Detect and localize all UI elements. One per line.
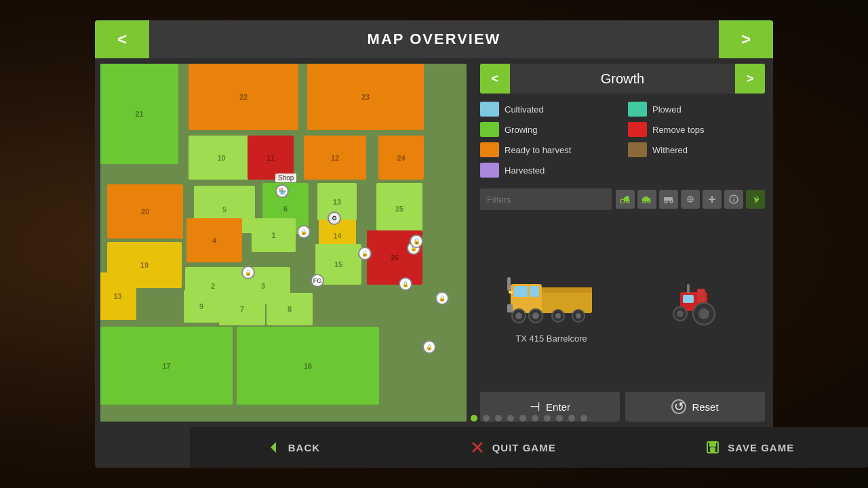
field-22: 22: [189, 64, 298, 130]
back-label: BACK: [288, 442, 320, 453]
page-dot-2[interactable]: [495, 415, 502, 422]
vehicle-area: TX 415 Barrelcore: [480, 218, 765, 392]
quit-label: QUIT GAME: [492, 442, 556, 453]
plowed-label: Plowed: [652, 104, 682, 115]
harvested-label: Harvested: [505, 165, 545, 176]
svg-point-10: [670, 200, 673, 203]
plowed-color: [628, 102, 647, 117]
main-panel: < MAP OVERVIEW > 21222310111224206132551…: [95, 20, 773, 468]
filter-plant-icon[interactable]: [746, 190, 765, 209]
page-dot-1[interactable]: [483, 415, 490, 422]
header-next-button[interactable]: >: [719, 20, 773, 58]
vehicle-tractor: [646, 272, 741, 338]
map-pin-4: FG: [311, 274, 324, 287]
growth-title: Growth: [510, 71, 735, 87]
tractor-svg: [667, 279, 721, 326]
legend-empty: [628, 163, 765, 178]
page-dots: [190, 415, 868, 422]
svg-point-29: [555, 313, 561, 319]
svg-rect-23: [507, 277, 511, 291]
filter-add-icon[interactable]: [703, 190, 722, 209]
right-arrow-icon: >: [741, 30, 751, 49]
growth-right-icon: >: [747, 72, 754, 86]
withered-label: Withered: [652, 145, 688, 155]
legend-remove-tops: Remove tops: [628, 122, 765, 137]
empty-color: [628, 163, 647, 178]
truck-image: [504, 267, 599, 328]
back-icon: [264, 438, 283, 457]
filters-row: i: [480, 188, 765, 210]
cultivated-color: [480, 102, 499, 117]
growth-left-icon: <: [492, 72, 499, 86]
svg-rect-3: [626, 196, 629, 198]
remove-tops-color: [628, 122, 647, 137]
truck-name: TX 415 Barrelcore: [515, 333, 587, 344]
left-arrow-icon: <: [117, 30, 127, 49]
growth-prev-button[interactable]: <: [480, 64, 510, 94]
map-pin-2: 🔒: [297, 225, 311, 239]
growth-header: < Growth >: [480, 64, 765, 94]
filter-tractor-icon[interactable]: [616, 190, 635, 209]
svg-rect-41: [687, 284, 690, 293]
svg-point-25: [515, 312, 522, 319]
page-dot-5[interactable]: [532, 415, 538, 422]
filter-trailer-icon[interactable]: [659, 190, 678, 209]
field-21: 21: [100, 64, 178, 164]
field-9: 9: [184, 290, 219, 323]
right-panel: < Growth > Cultivated Plowed: [472, 58, 773, 427]
enter-icon: ⊣: [530, 399, 540, 414]
save-icon: [703, 438, 722, 457]
svg-point-27: [532, 312, 539, 319]
page-dot-4[interactable]: [519, 415, 526, 422]
remove-tops-label: Remove tops: [652, 125, 705, 135]
map-pin-10: 🔒: [422, 340, 436, 354]
save-label: SAVE GAME: [728, 442, 794, 453]
page-dot-9[interactable]: [580, 415, 587, 422]
svg-rect-21: [514, 286, 528, 297]
field-17: 17: [100, 327, 233, 405]
save-button[interactable]: SAVE GAME: [703, 438, 794, 457]
svg-rect-19: [538, 287, 592, 293]
field-24: 24: [378, 136, 424, 180]
field-16: 16: [237, 327, 379, 405]
svg-rect-35: [683, 295, 694, 303]
map-pin-3: 🔒: [241, 266, 255, 279]
page-dot-8[interactable]: [568, 415, 575, 422]
header-prev-button[interactable]: <: [95, 20, 149, 58]
svg-rect-33: [509, 291, 513, 293]
map-pin-8: 🔒: [435, 291, 449, 305]
svg-point-40: [677, 310, 684, 317]
svg-point-7: [648, 201, 650, 203]
filter-implement-icon[interactable]: [681, 190, 700, 209]
legend-harvested: Harvested: [480, 163, 617, 178]
field-12: 12: [304, 136, 366, 180]
map-pin-7: 🔒: [399, 277, 412, 291]
panel-title: MAP OVERVIEW: [368, 30, 501, 48]
svg-point-9: [665, 200, 667, 203]
quit-button[interactable]: QUIT GAME: [468, 438, 556, 457]
svg-marker-42: [271, 442, 276, 453]
filter-vehicle-icon[interactable]: [637, 190, 656, 209]
panel-header: < MAP OVERVIEW >: [95, 20, 773, 58]
svg-text:i: i: [733, 197, 735, 203]
reset-label: Reset: [692, 401, 718, 413]
svg-rect-47: [710, 447, 715, 452]
map-pin-9: 🔒: [410, 235, 423, 248]
filters-input[interactable]: [480, 188, 612, 210]
svg-point-1: [620, 199, 625, 203]
filter-info-icon[interactable]: i: [724, 190, 743, 209]
page-dot-3[interactable]: [507, 415, 514, 422]
truck-svg: [504, 267, 599, 328]
svg-rect-36: [697, 289, 705, 302]
svg-point-38: [698, 308, 709, 319]
page-dot-6[interactable]: [544, 415, 551, 422]
page-dot-7[interactable]: [556, 415, 563, 422]
enter-label: Enter: [546, 401, 570, 413]
cultivated-label: Cultivated: [505, 104, 544, 115]
page-dot-0[interactable]: [471, 415, 477, 422]
growing-color: [480, 122, 499, 137]
back-button[interactable]: BACK: [264, 438, 320, 457]
map-pin-shop: 🏪: [275, 184, 289, 198]
growth-next-button[interactable]: >: [735, 64, 765, 94]
field-23: 23: [307, 64, 424, 130]
